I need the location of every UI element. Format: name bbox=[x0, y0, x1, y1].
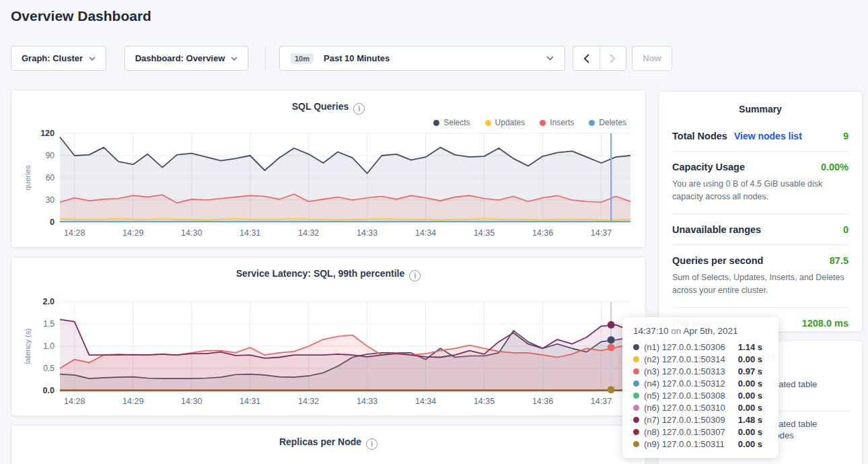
tooltip-rows: (n1) 127.0.0.1:503061.14 s(n2) 127.0.0.1… bbox=[633, 341, 769, 450]
capacity-usage-label: Capacity Usage bbox=[672, 162, 745, 172]
legend-dot bbox=[540, 120, 546, 126]
qps-desc: Sum of Selects, Updates, Inserts, and De… bbox=[659, 271, 862, 307]
y-tick-label: 0 bbox=[50, 218, 55, 227]
node-latency-value: 0.00 s bbox=[738, 403, 769, 413]
now-button[interactable]: Now bbox=[632, 46, 672, 71]
node-color-dot bbox=[633, 441, 639, 447]
chevron-left-icon bbox=[583, 54, 589, 63]
sql-queries-title: SQL Queriesi bbox=[11, 101, 645, 114]
service-latency-panel: Service Latency: SQL, 99th percentilei 0… bbox=[11, 257, 646, 416]
graph-dropdown-label: Graph: Cluster bbox=[22, 53, 83, 63]
legend-dot bbox=[589, 120, 595, 126]
sql-queries-title-text: SQL Queries bbox=[292, 101, 349, 112]
summary-total-nodes-row: Total Nodes View nodes list 9 bbox=[659, 125, 862, 151]
y-tick-label: 120 bbox=[40, 129, 55, 138]
hover-dot bbox=[608, 336, 615, 343]
x-tick-label: 14:37 bbox=[591, 397, 612, 406]
chart-hover-tooltip: 14:37:10 on Apr 5th, 2021 (n1) 127.0.0.1… bbox=[622, 317, 779, 458]
info-icon[interactable]: i bbox=[366, 438, 377, 450]
replicas-title-text: Replicas per Node bbox=[279, 436, 361, 447]
tooltip-date: Apr 5th, 2021 bbox=[683, 326, 737, 336]
legend-item-deletes[interactable]: Deletes bbox=[589, 118, 626, 127]
time-prev-button[interactable] bbox=[573, 46, 600, 70]
y-tick-label: 0.0 bbox=[43, 386, 55, 395]
x-tick-label: 14:35 bbox=[474, 397, 495, 406]
x-tick-label: 14:34 bbox=[415, 397, 436, 406]
view-nodes-list-link[interactable]: View nodes list bbox=[734, 131, 802, 141]
replicas-panel: Replicas per Nodei bbox=[11, 425, 646, 464]
summary-panel: Summary Total Nodes View nodes list 9 Ca… bbox=[658, 91, 863, 332]
node-color-dot bbox=[633, 368, 639, 374]
info-icon[interactable]: i bbox=[409, 270, 421, 281]
node-address: (n6) 127.0.0.1:50310 bbox=[644, 403, 725, 413]
tooltip-node-row: (n4) 127.0.0.1:503120.00 s bbox=[633, 377, 769, 389]
y-axis-label: latency (s) bbox=[24, 328, 32, 364]
overview-dashboard-page: Overview Dashboard Graph: Cluster Dashbo… bbox=[0, 0, 868, 464]
tooltip-timestamp: 14:37:10 on Apr 5th, 2021 bbox=[633, 326, 769, 336]
x-tick-label: 14:31 bbox=[240, 397, 260, 406]
x-tick-label: 14:30 bbox=[181, 397, 202, 406]
tooltip-node-row: (n2) 127.0.0.1:503140.00 s bbox=[633, 353, 769, 365]
time-next-button[interactable] bbox=[600, 46, 626, 70]
hover-dot bbox=[608, 343, 615, 351]
tooltip-node-row: (n5) 127.0.0.1:503080.00 s bbox=[633, 389, 769, 401]
x-tick-label: 14:29 bbox=[122, 228, 143, 238]
node-address: (n4) 127.0.0.1:50312 bbox=[644, 378, 725, 389]
p99-latency-value: 1208.0 ms bbox=[802, 318, 848, 329]
tooltip-node-row: (n7) 127.0.0.1:503091.48 s bbox=[633, 413, 769, 426]
time-range-badge: 10m bbox=[291, 53, 314, 64]
chevron-right-icon bbox=[610, 54, 616, 63]
capacity-usage-value: 0.00% bbox=[821, 162, 848, 172]
page-title: Overview Dashboard bbox=[11, 8, 151, 24]
legend-item-selects[interactable]: Selects bbox=[433, 118, 470, 127]
qps-value: 87.5 bbox=[830, 255, 848, 266]
y-tick-label: 60 bbox=[46, 173, 55, 183]
legend-item-inserts[interactable]: Inserts bbox=[540, 118, 574, 127]
total-nodes-label: Total Nodes bbox=[672, 131, 727, 141]
node-latency-value: 1.14 s bbox=[738, 342, 769, 352]
node-latency-value: 0.00 s bbox=[738, 378, 769, 389]
y-tick-label: 30 bbox=[46, 195, 55, 205]
x-tick-label: 14:37 bbox=[591, 228, 612, 238]
y-tick-label: 2.0 bbox=[43, 297, 55, 306]
time-nav-group bbox=[573, 46, 626, 71]
tooltip-node-row: (n6) 127.0.0.1:503100.00 s bbox=[633, 401, 769, 413]
x-tick-label: 14:32 bbox=[298, 397, 319, 406]
service-latency-chart[interactable]: 0.00.51.01.52.014:2814:2914:3014:3114:32… bbox=[22, 295, 636, 413]
x-tick-label: 14:36 bbox=[532, 228, 553, 238]
legend-label: Deletes bbox=[599, 118, 626, 127]
time-range-dropdown[interactable]: 10m Past 10 Minutes bbox=[279, 46, 565, 71]
node-latency-value: 0.97 s bbox=[738, 366, 769, 376]
tooltip-on: on bbox=[671, 326, 681, 336]
node-color-dot bbox=[633, 393, 639, 399]
node-latency-value: 0.00 s bbox=[738, 427, 769, 437]
total-nodes-value: 9 bbox=[843, 131, 848, 141]
x-tick-label: 14:36 bbox=[532, 397, 553, 406]
tooltip-node-row: (n3) 127.0.0.1:503130.97 s bbox=[633, 365, 769, 377]
sql-queries-panel: SQL Queriesi SelectsUpdatesInsertsDelete… bbox=[11, 90, 646, 248]
node-color-dot bbox=[633, 380, 639, 387]
summary-unavailable-row: Unavailable ranges 0 bbox=[659, 214, 862, 244]
replicas-title: Replicas per Nodei bbox=[11, 436, 645, 450]
node-address: (n3) 127.0.0.1:50313 bbox=[644, 366, 725, 376]
service-latency-title-text: Service Latency: SQL, 99th percentile bbox=[236, 268, 405, 279]
node-address: (n8) 127.0.0.1:50307 bbox=[644, 427, 725, 437]
dashboard-dropdown-label: Dashboard: Overview bbox=[135, 53, 225, 63]
x-tick-label: 14:29 bbox=[122, 397, 143, 406]
info-icon[interactable]: i bbox=[353, 103, 365, 114]
x-tick-label: 14:33 bbox=[357, 228, 377, 238]
tooltip-node-row: (n9) 127.0.0.1:503110.00 s bbox=[633, 438, 769, 450]
node-latency-value: 0.00 s bbox=[738, 439, 769, 449]
hover-dot bbox=[608, 386, 615, 393]
tooltip-node-row: (n1) 127.0.0.1:503061.14 s bbox=[633, 341, 769, 353]
graph-dropdown[interactable]: Graph: Cluster bbox=[11, 46, 106, 71]
sql-queries-chart[interactable]: 030609012014:2814:2914:3014:3114:3214:33… bbox=[22, 127, 636, 245]
dashboard-dropdown[interactable]: Dashboard: Overview bbox=[124, 46, 248, 71]
unavailable-ranges-label: Unavailable ranges bbox=[672, 224, 761, 235]
unavailable-ranges-value: 0 bbox=[843, 224, 848, 235]
node-latency-value: 0.00 s bbox=[738, 354, 769, 364]
node-latency-value: 0.00 s bbox=[738, 391, 769, 401]
node-color-dot bbox=[633, 356, 639, 362]
x-tick-label: 14:33 bbox=[357, 397, 377, 406]
legend-item-updates[interactable]: Updates bbox=[485, 118, 526, 127]
